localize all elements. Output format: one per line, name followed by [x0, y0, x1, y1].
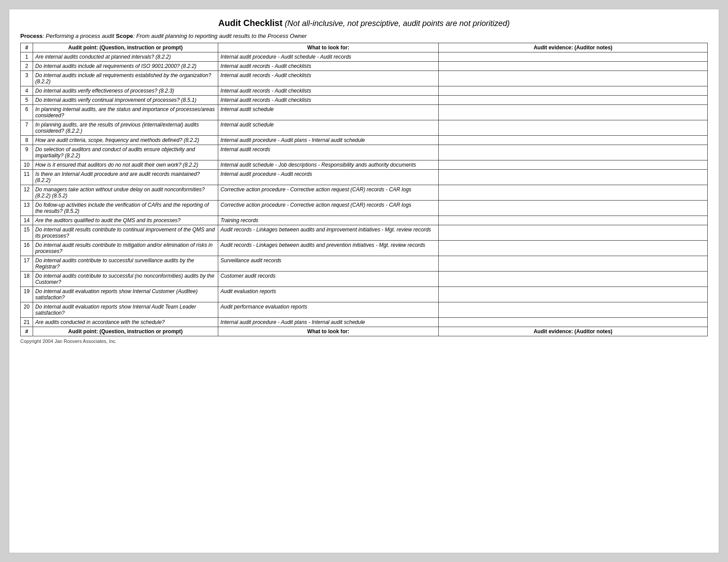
scope-text: : From audit planning to reporting audit… — [133, 33, 307, 39]
row-question-cell: Do internal audit evaluation reports sho… — [33, 287, 218, 302]
row-evidence-cell — [439, 62, 708, 71]
row-num-cell: 3 — [21, 71, 33, 86]
row-evidence-cell — [439, 145, 708, 160]
row-question-cell: How are audit criteria, scope, frequency… — [33, 136, 218, 145]
scope-label: Scope — [116, 33, 133, 39]
row-question-cell: In planning audits, are the results of p… — [33, 120, 218, 136]
table-row: 2Do internal audits include all requirem… — [21, 62, 708, 71]
title-bold: Audit Checklist — [218, 18, 283, 28]
footer-question: Audit point: (Question, instruction or p… — [33, 327, 218, 336]
table-row: 6In planning internal audits, are the st… — [21, 105, 708, 120]
row-num-cell: 13 — [21, 201, 33, 216]
row-what-cell: Internal audit procedure - Audit records — [218, 170, 439, 185]
row-evidence-cell — [439, 241, 708, 256]
page-title: Audit Checklist (Not all-inclusive, not … — [20, 18, 708, 28]
row-evidence-cell — [439, 86, 708, 96]
row-question-cell: Are audits conducted in accordance with … — [33, 318, 218, 327]
audit-table: # Audit point: (Question, instruction or… — [20, 43, 708, 336]
row-question-cell: Do internal audits include all requireme… — [33, 62, 218, 71]
row-num-cell: 10 — [21, 160, 33, 170]
row-question-cell: Is there an Internal Audit procedure and… — [33, 170, 218, 185]
row-num-cell: 17 — [21, 256, 33, 272]
row-num-cell: 14 — [21, 216, 33, 225]
row-question-cell: Do internal audit evaluation reports sho… — [33, 302, 218, 318]
row-what-cell: Audit records - Linkages between audits … — [218, 225, 439, 241]
table-row: 8How are audit criteria, scope, frequenc… — [21, 136, 708, 145]
table-footer-row: # Audit point: (Question, instruction or… — [21, 327, 708, 336]
row-what-cell: Customer audit records — [218, 272, 439, 287]
table-row: 21Are audits conducted in accordance wit… — [21, 318, 708, 327]
row-what-cell: Internal audit records - Audit checklist… — [218, 62, 439, 71]
row-evidence-cell — [439, 71, 708, 86]
table-row: 4Do internal audits verify effectiveness… — [21, 86, 708, 96]
table-row: 7In planning audits, are the results of … — [21, 120, 708, 136]
row-question-cell: Do internal audits include all requireme… — [33, 71, 218, 86]
footer-num: # — [21, 327, 33, 336]
row-question-cell: Do selection of auditors and conduct of … — [33, 145, 218, 160]
page: Audit Checklist (Not all-inclusive, not … — [9, 9, 719, 553]
row-what-cell: Surveillance audit records — [218, 256, 439, 272]
table-row: 18Do internal audits contribute to succe… — [21, 272, 708, 287]
row-evidence-cell — [439, 272, 708, 287]
table-row: 19Do internal audit evaluation reports s… — [21, 287, 708, 302]
row-question-cell: Do internal audits verify continual impr… — [33, 96, 218, 105]
row-evidence-cell — [439, 318, 708, 327]
table-row: 12Do managers take action without undue … — [21, 185, 708, 201]
row-what-cell: Internal audit records - Audit checklist… — [218, 71, 439, 86]
row-question-cell: Do internal audit results contribute to … — [33, 241, 218, 256]
row-evidence-cell — [439, 287, 708, 302]
row-num-cell: 21 — [21, 318, 33, 327]
row-evidence-cell — [439, 105, 708, 120]
table-header-row: # Audit point: (Question, instruction or… — [21, 43, 708, 52]
row-what-cell: Internal audit schedule - Job descriptio… — [218, 160, 439, 170]
table-row: 14Are the auditors qualified to audit th… — [21, 216, 708, 225]
row-what-cell: Internal audit schedule — [218, 120, 439, 136]
row-evidence-cell — [439, 256, 708, 272]
row-num-cell: 12 — [21, 185, 33, 201]
row-evidence-cell — [439, 52, 708, 62]
table-row: 5Do internal audits verify continual imp… — [21, 96, 708, 105]
row-what-cell: Audit evaluation reports — [218, 287, 439, 302]
row-question-cell: How is it ensured that auditors do no no… — [33, 160, 218, 170]
row-evidence-cell — [439, 96, 708, 105]
table-row: 15Do internal audit results contribute t… — [21, 225, 708, 241]
row-num-cell: 16 — [21, 241, 33, 256]
row-evidence-cell — [439, 160, 708, 170]
row-question-cell: Do follow-up activities include the veri… — [33, 201, 218, 216]
header-what: What to look for: — [218, 43, 439, 52]
process-line: Process: Performing a process audit Scop… — [20, 33, 708, 39]
row-num-cell: 18 — [21, 272, 33, 287]
row-evidence-cell — [439, 225, 708, 241]
row-what-cell: Internal audit records - Audit checklist… — [218, 86, 439, 96]
header-num: # — [21, 43, 33, 52]
table-row: 16Do internal audit results contribute t… — [21, 241, 708, 256]
row-evidence-cell — [439, 136, 708, 145]
row-question-cell: Do internal audit results contribute to … — [33, 225, 218, 241]
row-num-cell: 9 — [21, 145, 33, 160]
header-question: Audit point: (Question, instruction or p… — [33, 43, 218, 52]
process-label: Process — [20, 33, 43, 39]
row-question-cell: Do managers take action without undue de… — [33, 185, 218, 201]
row-num-cell: 7 — [21, 120, 33, 136]
row-what-cell: Internal audit records - Audit checklist… — [218, 96, 439, 105]
row-what-cell: Audit records - Linkages between audits … — [218, 241, 439, 256]
row-what-cell: Training records — [218, 216, 439, 225]
row-question-cell: Are the auditors qualified to audit the … — [33, 216, 218, 225]
table-row: 10How is it ensured that auditors do no … — [21, 160, 708, 170]
row-evidence-cell — [439, 302, 708, 318]
row-evidence-cell — [439, 185, 708, 201]
footer-what: What to look for: — [218, 327, 439, 336]
row-num-cell: 1 — [21, 52, 33, 62]
row-what-cell: Audit performance evaluation reports — [218, 302, 439, 318]
row-evidence-cell — [439, 216, 708, 225]
table-row: 11Is there an Internal Audit procedure a… — [21, 170, 708, 185]
row-num-cell: 4 — [21, 86, 33, 96]
row-num-cell: 8 — [21, 136, 33, 145]
row-what-cell: Internal audit schedule — [218, 105, 439, 120]
row-question-cell: In planning internal audits, are the sta… — [33, 105, 218, 120]
row-what-cell: Internal audit procedure - Audit plans -… — [218, 318, 439, 327]
row-question-cell: Are internal audits conducted at planned… — [33, 52, 218, 62]
row-question-cell: Do internal audits contribute to success… — [33, 256, 218, 272]
table-row: 13Do follow-up activities include the ve… — [21, 201, 708, 216]
title-italic: (Not all-inclusive, not presciptive, aud… — [285, 19, 510, 28]
